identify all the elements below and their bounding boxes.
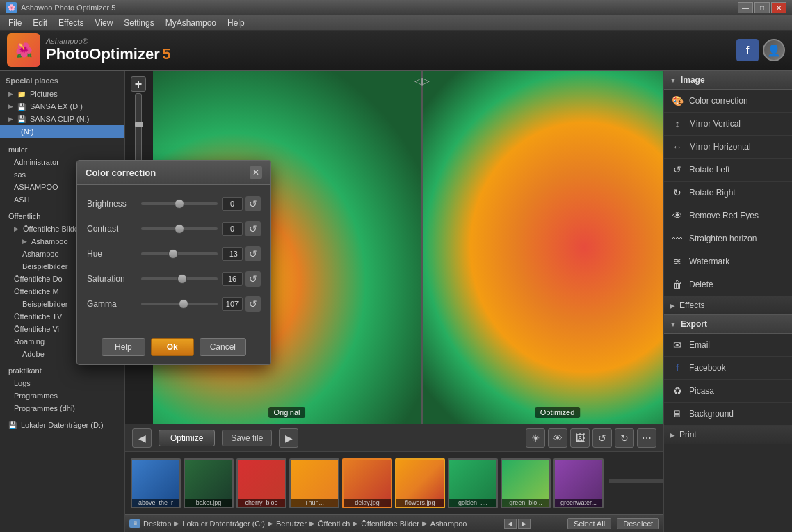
- panel-picasa[interactable]: ♻ Picasa: [664, 380, 792, 403]
- hue-thumb[interactable]: [168, 249, 178, 259]
- bottom-toolbar: ◀ Optimize Save file ▶ ☀ 👁 🖼 ↺ ↻ ⋯: [125, 424, 663, 451]
- panel-color-correction[interactable]: 🎨 Color correction: [664, 90, 792, 113]
- select-all-button[interactable]: Select All: [567, 518, 611, 529]
- panel-remove-red-eyes[interactable]: 👁 Remove Red Eyes: [664, 204, 792, 227]
- save-button[interactable]: Save file: [222, 430, 272, 446]
- menu-effects[interactable]: Effects: [53, 17, 89, 29]
- contrast-thumb[interactable]: [175, 224, 184, 234]
- export-section: ▼ Export ✉ Email f Facebook ♻ Picasa 🖥 B…: [664, 315, 792, 426]
- panel-rotate-left[interactable]: ↺ Rotate Left: [664, 159, 792, 182]
- menu-edit[interactable]: Edit: [27, 17, 53, 29]
- user-avatar[interactable]: 👤: [763, 39, 785, 61]
- brightness-slider[interactable]: [141, 202, 218, 205]
- brightness-reset[interactable]: ↺: [245, 196, 261, 211]
- thumb-4[interactable]: Thun...: [289, 458, 339, 508]
- delete-label: Delete: [689, 280, 713, 289]
- panel-delete[interactable]: 🗑 Delete: [664, 273, 792, 296]
- panel-email[interactable]: ✉ Email: [664, 334, 792, 357]
- saturation-reset[interactable]: ↺: [245, 271, 261, 287]
- redeye-icon-btn[interactable]: 👁: [548, 428, 567, 448]
- sidebar-item-sansa-clip[interactable]: ▶SANSA CLIP (N:): [0, 113, 124, 125]
- next-button[interactable]: ▶: [279, 428, 298, 448]
- panel-facebook[interactable]: f Facebook: [664, 357, 792, 380]
- undo-icon-btn[interactable]: ↺: [592, 428, 612, 448]
- print-section[interactable]: ▶ Print: [664, 426, 792, 444]
- saturation-slider[interactable]: [141, 277, 218, 280]
- cancel-button[interactable]: Cancel: [200, 338, 246, 356]
- panel-watermark[interactable]: ≋ Watermark: [664, 250, 792, 273]
- mirror-vertical-icon: ↕: [671, 118, 684, 130]
- menu-settings[interactable]: Settings: [118, 17, 159, 29]
- zoom-in-button[interactable]: +: [131, 76, 146, 92]
- panel-mirror-vertical[interactable]: ↕ Mirror Vertical: [664, 113, 792, 136]
- color-correction-label: Color correction: [689, 96, 748, 106]
- effects-section[interactable]: ▶ Effects: [664, 296, 792, 315]
- contrast-value: 0: [222, 222, 243, 236]
- app-title: Ashawoo Photo Optimizer 5: [21, 3, 734, 12]
- thumb-1[interactable]: above_the_r: [131, 458, 181, 508]
- prev-button[interactable]: ◀: [132, 428, 152, 448]
- facebook-button[interactable]: f: [736, 39, 759, 61]
- status-nav-prev[interactable]: ◀: [504, 519, 517, 529]
- thumb-5[interactable]: delay.jpg: [342, 458, 392, 508]
- optimize-button[interactable]: Optimize: [159, 430, 215, 446]
- sidebar-item-pictures[interactable]: ▶Pictures: [0, 88, 124, 100]
- contrast-slider[interactable]: [141, 227, 218, 230]
- gamma-thumb[interactable]: [179, 299, 188, 309]
- thumb-6[interactable]: flowers.jpg: [395, 458, 445, 508]
- thumb-9[interactable]: greenwater...: [553, 458, 604, 508]
- ok-button[interactable]: Ok: [151, 338, 194, 356]
- brightness-label: Brightness: [87, 199, 137, 209]
- minimize-button[interactable]: —: [738, 2, 753, 13]
- thumb-3[interactable]: cherry_bloo: [236, 458, 286, 508]
- rotate-left-icon: ↺: [671, 163, 684, 176]
- sidebar-item-logs[interactable]: Logs: [0, 377, 124, 389]
- more-icon-btn[interactable]: ⋯: [637, 428, 656, 448]
- image-section-header[interactable]: ▼ Image: [664, 71, 792, 90]
- panel-background[interactable]: 🖥 Background: [664, 403, 792, 426]
- sidebar-item-sansa-ex[interactable]: ▶SANSA EX (D:): [0, 100, 124, 113]
- gamma-slider[interactable]: [141, 303, 218, 305]
- sidebar-item-muler[interactable]: muler: [0, 143, 124, 156]
- mirror-vertical-label: Mirror Vertical: [689, 119, 741, 129]
- zoom-track[interactable]: [135, 93, 142, 163]
- effects-icon-btn[interactable]: 🖼: [570, 428, 590, 448]
- help-button[interactable]: Help: [102, 338, 145, 356]
- watermark-label: Watermark: [689, 257, 729, 266]
- redo-icon-btn[interactable]: ↻: [615, 428, 634, 448]
- saturation-thumb[interactable]: [177, 274, 187, 284]
- dialog-close-button[interactable]: ✕: [250, 166, 262, 179]
- brightness-icon-btn[interactable]: ☀: [526, 428, 545, 448]
- gamma-value: 107: [222, 297, 243, 311]
- gamma-label: Gamma: [87, 299, 137, 309]
- contrast-reset[interactable]: ↺: [245, 221, 261, 236]
- thumb-8[interactable]: green_blo...: [501, 458, 551, 508]
- menu-help[interactable]: Help: [222, 17, 250, 29]
- hue-slider[interactable]: [141, 252, 218, 255]
- brightness-thumb[interactable]: [175, 199, 184, 209]
- sidebar-item-lokaler[interactable]: Lokaler Datenträger (D:): [0, 419, 124, 431]
- menu-view[interactable]: View: [90, 17, 119, 29]
- export-section-header[interactable]: ▼ Export: [664, 315, 792, 334]
- zoom-thumb[interactable]: [135, 122, 143, 127]
- status-nav-next[interactable]: ▶: [518, 519, 531, 529]
- thumbnail-scrollbar[interactable]: [609, 479, 663, 483]
- close-button[interactable]: ✕: [771, 2, 786, 13]
- sidebar-item-programmes[interactable]: Programmes: [0, 389, 124, 402]
- menu-myashampoo[interactable]: MyAshampoo: [160, 17, 222, 29]
- maximize-button[interactable]: □: [754, 2, 770, 13]
- contrast-row: Contrast 0 ↺: [87, 221, 261, 236]
- panel-mirror-horizontal[interactable]: ↔ Mirror Horizontal: [664, 136, 792, 159]
- sidebar-item-praktikant[interactable]: praktikant: [0, 364, 124, 377]
- gamma-reset[interactable]: ↺: [245, 296, 261, 312]
- menu-file[interactable]: File: [3, 17, 27, 29]
- hue-reset[interactable]: ↺: [245, 246, 261, 261]
- panel-straighten[interactable]: 〰 Straighten horizon: [664, 227, 792, 250]
- sidebar-item-n-drive[interactable]: (N:): [0, 125, 124, 138]
- sidebar-item-programmes-dhi[interactable]: Programmes (dhi): [0, 402, 124, 414]
- thumb-2[interactable]: baker.jpg: [184, 458, 234, 508]
- title-bar: 🌸 Ashawoo Photo Optimizer 5 — □ ✕: [0, 0, 792, 15]
- deselect-button[interactable]: Deselect: [617, 518, 659, 529]
- panel-rotate-right[interactable]: ↻ Rotate Right: [664, 182, 792, 204]
- thumb-7[interactable]: golden_....: [448, 458, 498, 508]
